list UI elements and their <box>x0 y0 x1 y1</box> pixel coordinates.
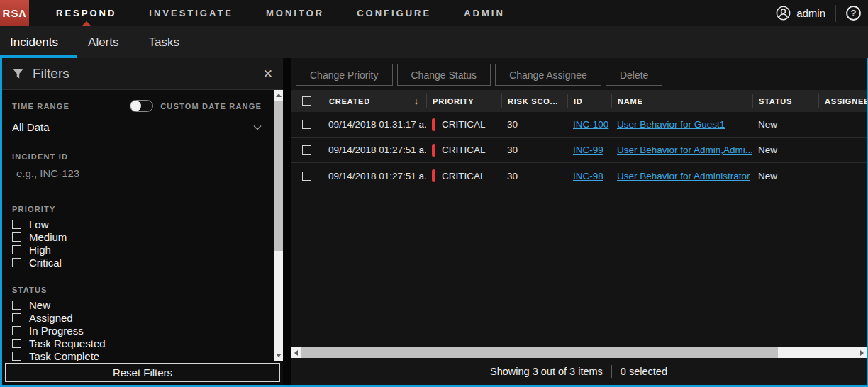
checkbox[interactable] <box>12 258 21 267</box>
status-option-task-complete[interactable]: Task Complete <box>12 349 262 361</box>
checkbox[interactable] <box>12 245 21 254</box>
priority-option-medium[interactable]: Medium <box>12 230 262 243</box>
nav-item-investigate-label: INVESTIGATE <box>149 8 233 18</box>
priority-section: PRIORITY Low Medium High <box>12 205 262 269</box>
scroll-up-icon[interactable] <box>274 90 283 101</box>
change-assignee-button[interactable]: Change Assignee <box>495 64 601 86</box>
horizontal-scrollbar[interactable] <box>291 347 867 358</box>
row-checkbox[interactable] <box>302 120 311 129</box>
column-header-assignee-label: ASSIGNEE <box>825 97 867 106</box>
status-option-task-requested[interactable]: Task Requested <box>12 337 262 349</box>
scroll-right-icon[interactable] <box>857 347 867 358</box>
respond-subnav: Incidents Alerts Tasks <box>0 26 868 58</box>
table-row[interactable]: 09/14/2018 01:27:51 a... CRITICAL 30 INC… <box>291 138 867 163</box>
checkbox[interactable] <box>12 220 21 229</box>
status-option-task-requested-label: Task Requested <box>29 337 106 349</box>
help-icon[interactable]: ? <box>846 6 861 21</box>
status-option-in-progress[interactable]: In Progress <box>12 324 262 337</box>
change-priority-button[interactable]: Change Priority <box>296 64 393 86</box>
table-row[interactable]: 09/14/2018 01:31:17 a... CRITICAL 30 INC… <box>291 112 867 138</box>
nav-item-admin[interactable]: ADMIN <box>464 0 505 26</box>
column-header-id-label: ID <box>574 97 583 106</box>
filters-header: Filters ✕ <box>2 58 283 90</box>
custom-date-range-toggle[interactable] <box>130 100 153 112</box>
nav-item-investigate[interactable]: INVESTIGATE <box>149 0 233 26</box>
incident-id-input[interactable] <box>12 161 262 186</box>
incident-name-link[interactable]: User Behavior for Admin,Admi... <box>617 145 752 155</box>
column-header-name[interactable]: NAME <box>611 94 752 108</box>
incident-id-link[interactable]: INC-99 <box>573 145 603 155</box>
incident-id-section: INCIDENT ID <box>12 152 262 186</box>
checkbox[interactable] <box>12 352 21 361</box>
column-header-status[interactable]: STATUS <box>752 94 818 108</box>
column-header-created[interactable]: CREATED ↓ <box>323 94 426 108</box>
reset-filters-button[interactable]: Reset Filters <box>5 363 280 382</box>
nav-item-admin-label: ADMIN <box>464 8 505 18</box>
select-all-checkbox[interactable] <box>302 96 311 106</box>
priority-option-low-label: Low <box>29 218 49 230</box>
user-menu[interactable]: admin <box>776 6 825 21</box>
incident-name-link[interactable]: User Behavior for Administrator <box>617 171 750 181</box>
topnav-divider <box>835 5 836 22</box>
filters-scrollbar-thumb[interactable] <box>274 101 283 251</box>
status-option-assigned[interactable]: Assigned <box>12 311 262 324</box>
status-option-new-label: New <box>29 299 50 311</box>
incident-id-link[interactable]: INC-100 <box>573 119 608 130</box>
custom-date-range-control: CUSTOM DATE RANGE <box>130 100 262 112</box>
incident-name-link[interactable]: User Behavior for Guest1 <box>617 119 725 130</box>
column-header-priority[interactable]: PRIORITY <box>426 94 501 108</box>
tab-alerts[interactable]: Alerts <box>88 35 118 50</box>
column-header-priority-label: PRIORITY <box>433 97 474 106</box>
row-checkbox[interactable] <box>302 145 311 155</box>
status-option-in-progress-label: In Progress <box>29 325 84 337</box>
cell-priority: CRITICAL <box>426 144 501 157</box>
results-footer: Showing 3 out of 3 items 0 selected <box>291 358 867 385</box>
toggle-knob <box>130 101 141 111</box>
time-range-select[interactable]: All Data <box>12 121 262 140</box>
cell-risk-score: 30 <box>501 119 567 130</box>
delete-button[interactable]: Delete <box>606 64 662 86</box>
tab-incidents[interactable]: Incidents <box>10 35 58 50</box>
priority-option-high[interactable]: High <box>12 243 262 256</box>
cell-risk-score: 30 <box>501 171 567 181</box>
priority-options: Low Medium High Critical <box>12 218 262 269</box>
column-header-assignee[interactable]: ASSIGNEE <box>818 94 867 108</box>
checkbox[interactable] <box>12 301 21 310</box>
row-checkbox[interactable] <box>302 172 311 181</box>
time-range-value: All Data <box>12 121 50 133</box>
column-header-risk-score[interactable]: RISK SCO... <box>501 94 567 108</box>
rsa-logo[interactable]: RSΛ <box>0 0 29 26</box>
priority-option-critical-label: Critical <box>29 257 62 269</box>
horizontal-scrollbar-thumb[interactable] <box>301 347 778 358</box>
priority-value: CRITICAL <box>442 171 486 181</box>
column-header-created-label: CREATED <box>329 97 370 106</box>
table-row[interactable]: 09/14/2018 01:27:51 a... CRITICAL 30 INC… <box>291 163 867 189</box>
status-section: STATUS New Assigned In Progress <box>12 286 262 361</box>
checkbox[interactable] <box>12 339 21 348</box>
scroll-left-icon[interactable] <box>291 347 301 358</box>
scroll-down-icon[interactable] <box>274 350 283 361</box>
cell-created: 09/14/2018 01:31:17 a... <box>323 119 426 130</box>
column-header-id[interactable]: ID <box>567 94 611 108</box>
checkbox[interactable] <box>12 326 21 335</box>
checkbox[interactable] <box>12 313 21 322</box>
change-status-button[interactable]: Change Status <box>397 64 491 86</box>
table-header: CREATED ↓ PRIORITY RISK SCO... ID NAME S… <box>291 90 867 112</box>
priority-option-low[interactable]: Low <box>12 218 262 230</box>
sort-desc-icon[interactable]: ↓ <box>414 96 419 106</box>
nav-item-monitor[interactable]: MONITOR <box>266 0 324 26</box>
status-option-new[interactable]: New <box>12 298 262 311</box>
priority-option-medium-label: Medium <box>29 231 67 243</box>
tab-tasks[interactable]: Tasks <box>149 35 179 50</box>
close-icon[interactable]: ✕ <box>263 67 273 82</box>
nav-item-configure[interactable]: CONFIGURE <box>357 0 431 26</box>
cell-priority: CRITICAL <box>426 169 501 182</box>
nav-item-respond[interactable]: RESPOND <box>56 0 116 26</box>
select-all-checkbox-cell <box>291 94 323 108</box>
showing-count: Showing 3 out of 3 items <box>490 366 603 377</box>
column-header-status-label: STATUS <box>759 97 792 106</box>
priority-option-critical[interactable]: Critical <box>12 256 262 269</box>
checkbox[interactable] <box>12 232 21 242</box>
filters-scrollbar[interactable] <box>274 90 283 361</box>
incident-id-link[interactable]: INC-98 <box>573 171 603 181</box>
